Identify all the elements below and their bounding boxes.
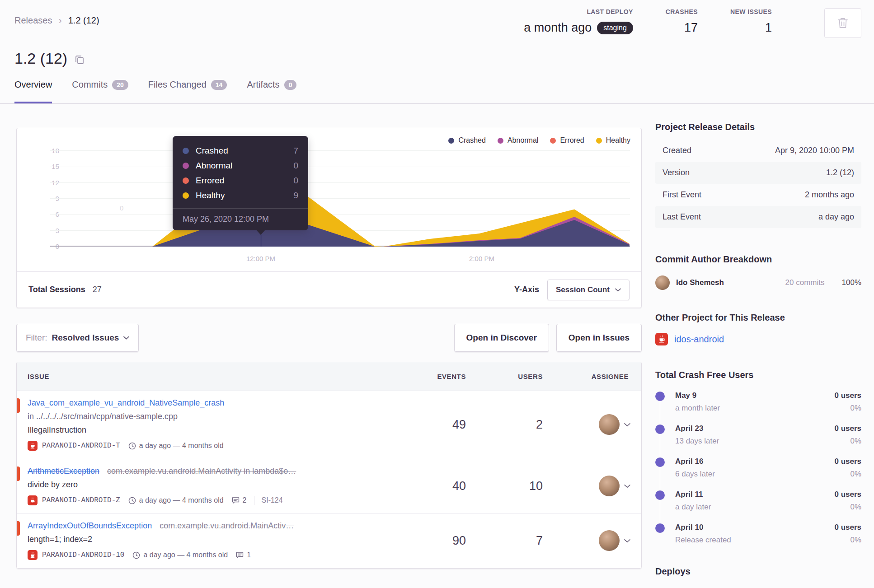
detail-row: Version 1.2 (12) bbox=[655, 162, 861, 184]
tabs-divider bbox=[0, 103, 874, 104]
issue-age: a day ago — 4 months old bbox=[139, 442, 224, 450]
commit-author-breakdown: Commit Author Breakdown Ido Shemesh 20 c… bbox=[655, 254, 861, 290]
tooltip-row-crashed: Crashed 7 bbox=[183, 143, 298, 158]
total-sessions-label: Total Sessions bbox=[28, 285, 85, 294]
legend-dot-healthy bbox=[596, 138, 602, 144]
crashes-value: 17 bbox=[684, 21, 698, 35]
clock-icon bbox=[132, 551, 140, 559]
assignee-cell[interactable] bbox=[555, 476, 641, 496]
other-project-link[interactable]: idos-android bbox=[674, 334, 724, 345]
meta-divider bbox=[254, 496, 254, 505]
timeline-entry: April 16 6 days later 0 users 0% bbox=[655, 457, 861, 479]
timeline-entry: May 9 a month later 0 users 0% bbox=[655, 391, 861, 413]
assignee-avatar[interactable] bbox=[599, 530, 620, 551]
tooltip-dot-errored bbox=[183, 177, 189, 184]
legend-item-abnormal[interactable]: Abnormal bbox=[498, 136, 538, 145]
delete-release-button[interactable] bbox=[824, 8, 861, 38]
x-axis-tick bbox=[261, 247, 261, 251]
chevron-down-icon[interactable] bbox=[624, 484, 630, 488]
issue-users-count: 10 bbox=[470, 479, 555, 493]
timeline-dot bbox=[655, 523, 665, 533]
detail-row: First Event 2 months ago bbox=[655, 184, 861, 206]
timeline-entry: April 11 a day later 0 users 0% bbox=[655, 490, 861, 512]
timeline-dot bbox=[655, 392, 665, 401]
issue-title-link[interactable]: Java_com_example_vu_android_NativeSample… bbox=[28, 398, 224, 407]
top-bar: Releases › 1.2 (12) LAST DEPLOY a month … bbox=[14, 8, 861, 38]
release-sidebar: Project Release Details Created Apr 9, 2… bbox=[655, 122, 861, 584]
chevron-down-icon[interactable] bbox=[624, 539, 630, 543]
issue-events-count: 49 bbox=[384, 418, 470, 432]
files-changed-count-badge: 14 bbox=[211, 80, 227, 90]
assignee-avatar[interactable] bbox=[599, 476, 620, 496]
tooltip-dot-crashed bbox=[183, 148, 189, 154]
comment-count: 2 bbox=[243, 496, 247, 504]
issue-title-link[interactable]: ArrayIndexOutOfBoundsException bbox=[28, 521, 152, 530]
legend-dot-abnormal bbox=[498, 138, 503, 144]
chevron-down-icon bbox=[615, 288, 621, 292]
issue-events-count: 40 bbox=[384, 479, 470, 493]
timeline-dot bbox=[655, 457, 665, 467]
author-percent: 100% bbox=[842, 278, 861, 287]
breadcrumb-releases-link[interactable]: Releases bbox=[14, 15, 52, 26]
legend-dot-crashed bbox=[448, 138, 454, 144]
section-title: Other Project for This Release bbox=[655, 313, 861, 323]
crash-free-users-section: Total Crash Free Users May 9 a month lat… bbox=[655, 370, 861, 545]
issue-annotation[interactable]: SI-124 bbox=[262, 496, 283, 504]
breadcrumb-chevron-icon: › bbox=[58, 16, 61, 26]
issue-level-marker bbox=[16, 521, 20, 536]
column-users: USERS bbox=[470, 373, 555, 380]
assignee-cell[interactable] bbox=[555, 530, 641, 551]
crashes-label: CRASHES bbox=[666, 8, 698, 15]
section-title: Total Crash Free Users bbox=[655, 370, 861, 380]
legend-item-crashed[interactable]: Crashed bbox=[448, 136, 485, 145]
project-slug[interactable]: PARANOID-ANDROID-Z bbox=[42, 496, 120, 504]
issues-table: ISSUE EVENTS USERS ASSIGNEE Java_com_exa… bbox=[16, 362, 642, 569]
author-name: Ido Shemesh bbox=[676, 278, 785, 287]
chevron-down-icon bbox=[123, 336, 129, 340]
tab-files-changed[interactable]: Files Changed 14 bbox=[148, 79, 227, 103]
last-deploy-value: a month ago bbox=[524, 21, 592, 35]
filter-dropdown[interactable]: Filter: Resolved Issues bbox=[16, 324, 139, 352]
issue-title-link[interactable]: ArithmeticException bbox=[28, 467, 99, 476]
stacked-area-chart[interactable] bbox=[50, 151, 631, 247]
open-in-issues-button[interactable]: Open in Issues bbox=[556, 324, 642, 352]
legend-item-errored[interactable]: Errored bbox=[550, 136, 584, 145]
chart-tooltip: Crashed 7 Abnormal 0 Errored 0 Healthy 9… bbox=[173, 136, 308, 230]
chevron-down-icon[interactable] bbox=[624, 423, 630, 427]
issue-message: length=1; index=2 bbox=[28, 535, 384, 544]
deploys-section-title: Deploys bbox=[655, 566, 861, 577]
assignee-avatar[interactable] bbox=[599, 414, 620, 435]
comment-icon bbox=[236, 551, 244, 559]
timeline-entry: April 10 Release created 0 users 0% bbox=[655, 523, 861, 545]
sessions-chart-card: Crashed Abnormal Errored Healthy 18 15 1… bbox=[16, 128, 642, 308]
tab-overview[interactable]: Overview bbox=[14, 79, 52, 103]
release-tabs: Overview Commits 20 Files Changed 14 Art… bbox=[14, 79, 296, 103]
issue-message: IllegalInstruction bbox=[28, 425, 384, 435]
new-issues-label: NEW ISSUES bbox=[730, 8, 772, 15]
open-in-discover-button[interactable]: Open in Discover bbox=[454, 324, 549, 352]
trash-icon bbox=[837, 17, 849, 29]
java-project-icon bbox=[28, 441, 38, 451]
author-commit-count: 20 commits bbox=[785, 278, 825, 287]
java-project-icon bbox=[655, 333, 668, 345]
clock-icon bbox=[128, 497, 136, 504]
project-slug[interactable]: PARANOID-ANDROID-10 bbox=[42, 551, 124, 559]
y-axis-select[interactable]: Session Count bbox=[547, 280, 630, 300]
other-project-row: idos-android bbox=[655, 333, 861, 345]
tooltip-caret bbox=[256, 230, 265, 235]
new-issues-value: 1 bbox=[765, 21, 772, 35]
issue-events-count: 90 bbox=[384, 534, 470, 548]
tooltip-dot-abnormal bbox=[183, 163, 189, 169]
assignee-cell[interactable] bbox=[555, 414, 641, 435]
legend-dot-errored bbox=[550, 138, 556, 144]
copy-icon[interactable] bbox=[75, 54, 85, 65]
tab-commits[interactable]: Commits 20 bbox=[72, 79, 128, 103]
issue-users-count: 7 bbox=[470, 534, 555, 548]
stat-crashes: CRASHES 17 bbox=[666, 8, 698, 35]
tab-artifacts[interactable]: Artifacts 0 bbox=[247, 79, 296, 103]
project-slug[interactable]: PARANOID-ANDROID-T bbox=[42, 442, 120, 450]
artifacts-count-badge: 0 bbox=[284, 80, 297, 90]
last-deploy-label: LAST DEPLOY bbox=[587, 8, 633, 15]
legend-item-healthy[interactable]: Healthy bbox=[596, 136, 630, 145]
breadcrumb-current: 1.2 (12) bbox=[68, 15, 99, 26]
